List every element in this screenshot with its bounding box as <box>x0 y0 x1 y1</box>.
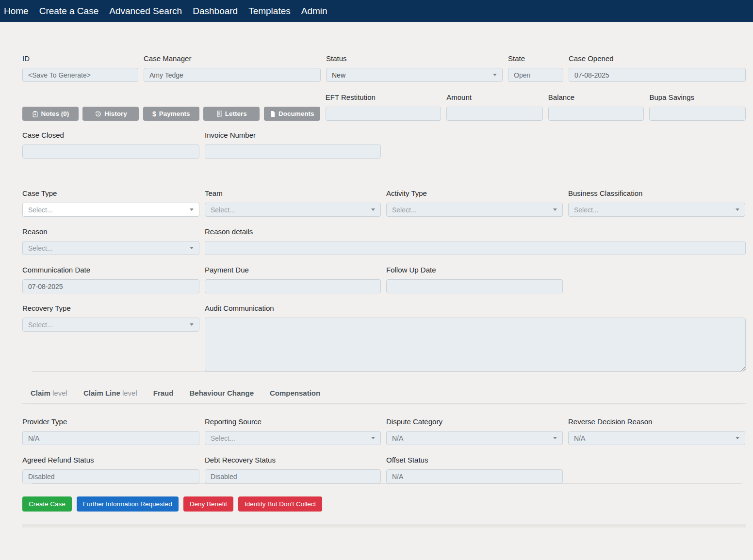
tab-label: Compensation <box>270 389 320 397</box>
row-identity: ID <Save To Generate> Case Manager Amy T… <box>22 53 746 82</box>
reason-select[interactable]: Select... <box>22 241 199 255</box>
case-opened-field[interactable]: 07-08-2025 <box>569 68 746 82</box>
nav-create-a-case[interactable]: Create a Case <box>39 0 99 22</box>
payment-due-field[interactable] <box>205 279 381 293</box>
state-value: Open <box>514 71 557 79</box>
reason-details-field[interactable] <box>205 241 746 255</box>
toolbar: Notes (0) History $ Payments Letters <box>22 107 320 121</box>
case-manager-label: Case Manager <box>144 53 321 64</box>
eft-restitution-label: EFT Restitution <box>326 92 442 103</box>
tab-compensation[interactable]: Compensation <box>270 388 320 399</box>
tab-bar: Claim level Claim Line level Fraud Behav… <box>22 388 746 404</box>
row-classification: Case Type Select... Team Select... Activ… <box>22 188 746 217</box>
reverse-decision-reason-label: Reverse Decision Reason <box>568 416 745 427</box>
reverse-decision-reason-select[interactable]: N/A <box>568 431 745 445</box>
case-closed-label: Case Closed <box>22 130 199 141</box>
recovery-type-select[interactable]: Select... <box>22 318 199 332</box>
agreed-refund-status-field[interactable]: Disabled <box>22 469 199 483</box>
nav-advanced-search[interactable]: Advanced Search <box>109 0 182 22</box>
id-label: ID <box>22 53 138 64</box>
history-button[interactable]: History <box>82 107 139 121</box>
row-closure: Case Closed Invoice Number <box>22 130 746 159</box>
invoice-number-field[interactable] <box>205 144 381 159</box>
follow-up-date-field[interactable] <box>386 279 563 293</box>
tab-behaviour-change[interactable]: Behaviour Change <box>189 388 254 399</box>
case-opened-label: Case Opened <box>569 53 746 64</box>
nav-dashboard[interactable]: Dashboard <box>193 0 238 22</box>
id-value: <Save To Generate> <box>28 71 132 79</box>
nav-templates[interactable]: Templates <box>248 0 291 22</box>
notes-button[interactable]: Notes (0) <box>22 107 79 121</box>
divider <box>32 404 742 404</box>
case-type-label: Case Type <box>22 188 199 199</box>
activity-type-label: Activity Type <box>386 188 563 199</box>
balance-field[interactable] <box>548 107 644 121</box>
documents-button[interactable]: Documents <box>264 107 320 121</box>
document-icon <box>270 111 276 117</box>
provider-type-field[interactable]: N/A <box>22 431 199 445</box>
team-value: Select... <box>211 206 367 214</box>
bupa-savings-field[interactable] <box>649 107 746 121</box>
offset-status-field[interactable]: N/A <box>386 469 563 483</box>
balance-label: Balance <box>548 92 644 103</box>
chevron-down-icon <box>190 323 194 326</box>
activity-type-select[interactable]: Select... <box>386 203 563 217</box>
tab-claim-level[interactable]: Claim level <box>31 388 67 399</box>
further-information-requested-button[interactable]: Further Information Requested <box>77 496 179 512</box>
bupa-savings-label: Bupa Savings <box>649 92 746 103</box>
eft-restitution-field[interactable] <box>326 107 442 121</box>
debt-recovery-status-field[interactable]: Disabled <box>205 469 381 483</box>
state-field[interactable]: Open <box>508 68 563 82</box>
chevron-down-icon <box>553 208 557 211</box>
row-claim-details-2: Agreed Refund Status Disabled Debt Recov… <box>22 455 746 483</box>
invoice-number-label: Invoice Number <box>205 130 381 141</box>
offset-status-label: Offset Status <box>386 455 563 465</box>
tab-label: Behaviour Change <box>189 389 254 397</box>
deny-benefit-button[interactable]: Deny Benefit <box>183 496 233 512</box>
row-reason: Reason Select... Reason details <box>22 226 746 255</box>
nav-home[interactable]: Home <box>4 0 29 22</box>
history-icon <box>95 111 101 117</box>
chevron-down-icon <box>190 208 194 211</box>
business-classification-label: Business Classification <box>568 188 745 199</box>
chevron-down-icon <box>493 74 497 76</box>
team-select[interactable]: Select... <box>205 203 381 217</box>
status-label: Status <box>326 53 503 64</box>
top-navbar: Home Create a Case Advanced Search Dashb… <box>0 0 753 22</box>
divider <box>32 371 742 372</box>
payments-button[interactable]: $ Payments <box>143 107 199 121</box>
chevron-down-icon <box>190 247 194 249</box>
tab-fraud[interactable]: Fraud <box>153 388 174 399</box>
communication-date-field[interactable]: 07-08-2025 <box>22 279 199 293</box>
nav-admin[interactable]: Admin <box>301 0 327 22</box>
recovery-type-value: Select... <box>28 321 186 329</box>
follow-up-date-label: Follow Up Date <box>386 265 563 275</box>
case-closed-field[interactable] <box>22 144 199 159</box>
agreed-refund-status-label: Agreed Refund Status <box>22 455 199 465</box>
amount-field[interactable] <box>446 107 543 121</box>
case-type-value: Select... <box>28 206 186 214</box>
amount-label: Amount <box>446 92 543 103</box>
action-bar: Create Case Further Information Requeste… <box>22 496 746 512</box>
dispute-category-select[interactable]: N/A <box>386 431 563 445</box>
provider-type-value: N/A <box>28 434 194 442</box>
documents-button-label: Documents <box>278 110 314 117</box>
identify-but-dont-collect-button[interactable]: Identify But Don't Collect <box>238 496 322 512</box>
reporting-source-select[interactable]: Select... <box>205 431 381 445</box>
status-select[interactable]: New <box>326 68 503 82</box>
communication-date-label: Communication Date <box>22 265 199 275</box>
tab-label-suffix: level <box>50 389 67 397</box>
row-claim-details-1: Provider Type N/A Reporting Source Selec… <box>22 416 746 445</box>
letters-button[interactable]: Letters <box>203 107 260 121</box>
tab-label: Claim Line <box>83 389 120 397</box>
reason-details-label: Reason details <box>205 226 746 237</box>
id-field[interactable]: <Save To Generate> <box>22 68 138 82</box>
create-case-button[interactable]: Create Case <box>22 496 72 512</box>
audit-communication-textarea[interactable] <box>205 318 746 371</box>
tab-claim-line-level[interactable]: Claim Line level <box>83 388 137 399</box>
case-manager-field[interactable]: Amy Tedge <box>144 68 321 82</box>
business-classification-select[interactable]: Select... <box>568 203 745 217</box>
page-bottom-strip <box>22 524 746 528</box>
tab-label-suffix: level <box>120 389 137 397</box>
case-type-select[interactable]: Select... <box>22 203 199 217</box>
